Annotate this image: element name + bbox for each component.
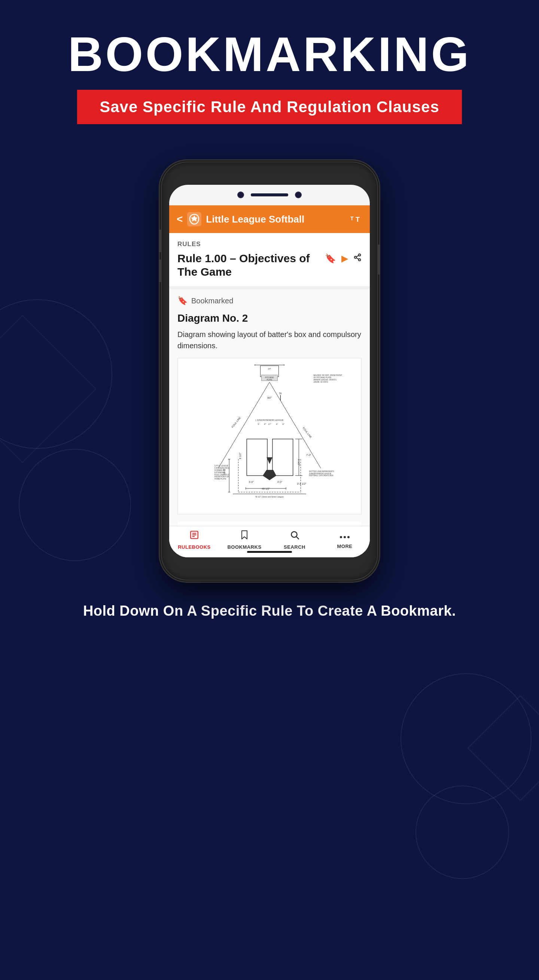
nav-bookmarks[interactable]: BOOKMARKS: [219, 530, 270, 550]
svg-text:LITTLE LEAGUE: LITTLE LEAGUE: [214, 465, 229, 467]
share-icon[interactable]: [353, 253, 362, 264]
svg-text:DOTTED LINE REPRESENTS: DOTTED LINE REPRESENTS: [309, 471, 334, 473]
bookmarks-icon: [240, 530, 249, 542]
rule-title: Rule 1.00 – Objectives of The Game: [177, 252, 321, 278]
svg-text:FORMED BY: FORMED BY: [214, 469, 226, 471]
app-header: < Little League Softball T T: [169, 205, 370, 233]
rulebooks-icon: [190, 530, 199, 542]
svg-point-78: [348, 536, 349, 538]
svg-line-6: [356, 258, 359, 259]
svg-text:T: T: [350, 215, 354, 221]
volume-up-button: [159, 230, 161, 252]
svg-text:CATCHER'S BOX: CATCHER'S BOX: [214, 467, 230, 469]
svg-text:90°: 90°: [267, 396, 272, 399]
content-scroll[interactable]: RULES Rule 1.00 – Objectives of The Game…: [169, 233, 370, 557]
rule-title-row: Rule 1.00 – Objectives of The Game 🔖 ▶: [177, 252, 362, 278]
svg-text:HOME PLATE: HOME PLATE: [214, 478, 226, 480]
svg-text:6": 6": [282, 423, 284, 425]
nav-bookmarks-label: BOOKMARKS: [227, 544, 261, 550]
svg-text:5': 5': [258, 423, 259, 425]
font-size-button[interactable]: T T: [350, 213, 362, 225]
svg-text:3'-8 1/2": 3'-8 1/2": [297, 482, 306, 485]
phone-device: < Little League Softball T T: [161, 162, 378, 581]
subtitle-text: Save Specific Rule And Regulation Clause…: [100, 98, 439, 116]
nav-search[interactable]: SEARCH: [270, 530, 320, 550]
camera-dot-right: [296, 192, 301, 197]
home-indicator: [247, 551, 292, 553]
rule-header-section: RULES Rule 1.00 – Objectives of The Game…: [169, 233, 370, 289]
volume-down-button: [159, 259, 161, 282]
svg-text:(MINOR LEAGUE: 35'DIST.): (MINOR LEAGUE: 35'DIST.): [313, 379, 336, 381]
svg-point-3: [359, 254, 361, 256]
bookmarked-section: 🔖 Bookmarked Diagram No. 2 Diagram showi…: [169, 289, 370, 550]
svg-point-77: [344, 536, 346, 538]
page-header: BOOKMARKING Save Specific Rule And Regul…: [0, 0, 539, 139]
nav-more-label: MORE: [337, 544, 352, 549]
svg-text:50 1/2" (Junior and Senior Lea: 50 1/2" (Junior and Senior League): [255, 496, 284, 498]
svg-text:FROM POINT OF: FROM POINT OF: [214, 476, 229, 478]
bookmarked-badge: 🔖 Bookmarked: [177, 296, 362, 305]
phone-screen: < Little League Softball T T: [169, 185, 370, 557]
bookmark-flag-icon: 🔖: [177, 296, 188, 305]
nav-rulebooks-label: RULEBOOKS: [178, 544, 211, 550]
svg-text:3'-0": 3'-0": [277, 480, 282, 483]
svg-text:24": 24": [268, 368, 271, 370]
bg-decoration: [416, 786, 509, 879]
bg-decoration: [467, 695, 539, 801]
svg-text:17': 17': [268, 423, 271, 425]
svg-point-4: [354, 256, 357, 258]
phone-mockup: < Little League Softball T T: [0, 162, 539, 581]
diagram2-desc: Diagram showing layout of batter's box a…: [177, 329, 362, 351]
svg-text:7'-0": 7'-0": [306, 454, 311, 457]
svg-rect-8: [182, 362, 357, 509]
rule-action-icons: 🔖 ▶: [325, 252, 362, 264]
svg-text:OF PITCHING PLATE: OF PITCHING PLATE: [313, 377, 332, 379]
svg-line-75: [297, 537, 299, 539]
bookmark-icon[interactable]: 🔖: [325, 253, 336, 264]
svg-text:N: N: [280, 391, 282, 395]
camera-dot-left: [238, 192, 243, 197]
phone-notch: [238, 192, 301, 197]
nav-search-label: SEARCH: [284, 544, 305, 550]
subtitle-banner: Save Specific Rule And Regulation Clause…: [77, 90, 462, 124]
svg-text:PITCHING: PITCHING: [265, 377, 274, 379]
play-icon[interactable]: ▶: [341, 253, 348, 264]
svg-text:EXTENDING: EXTENDING: [214, 472, 225, 474]
nav-more[interactable]: MORE: [320, 531, 370, 549]
svg-text:JUNIOR/SENIOR LEAGUE: JUNIOR/SENIOR LEAGUE: [309, 473, 332, 475]
svg-text:(JR/SR: 43' DIST): (JR/SR: 43' DIST): [313, 381, 328, 383]
svg-text:3'-0": 3'-0": [249, 480, 254, 483]
svg-text:{ JUNIOR/SENIOR LEAGUE: { JUNIOR/SENIOR LEAGUE: [256, 419, 284, 421]
svg-text:PLATE: PLATE: [266, 379, 273, 381]
app-logo-icon: [187, 212, 201, 226]
back-button[interactable]: <: [177, 213, 183, 225]
power-button: [378, 245, 380, 275]
footer-label: Hold Down On A Specific Rule To Create A…: [0, 603, 539, 619]
svg-line-7: [356, 256, 359, 257]
svg-text:8 1/2": 8 1/2": [239, 452, 241, 459]
bookmarked-label: Bookmarked: [191, 297, 233, 305]
app-title: Little League Softball: [206, 213, 350, 225]
search-icon: [290, 530, 300, 542]
diagram2-title: Diagram No. 2: [177, 312, 362, 324]
svg-text:MAJORS: 40' DIST. FROM FRONT: MAJORS: 40' DIST. FROM FRONT: [313, 374, 342, 376]
nav-rulebooks[interactable]: RULEBOOKS: [169, 530, 219, 550]
diagram2-image: 24" PITCHING PLATE MAJORS: 40' DIST. FRO…: [177, 358, 362, 514]
more-icon: [340, 531, 350, 541]
svg-point-5: [359, 259, 361, 261]
speaker-bar: [251, 193, 288, 196]
svg-text:4": 4": [264, 423, 266, 425]
section-label: RULES: [177, 240, 362, 248]
svg-text:T: T: [356, 216, 360, 223]
svg-text:4': 4': [276, 423, 277, 425]
main-title: BOOKMARKING: [0, 30, 539, 78]
footer-section: Hold Down On A Specific Rule To Create A…: [0, 603, 539, 641]
svg-point-76: [340, 536, 342, 538]
svg-text:SOFTBALL CATCHER'S BOX: SOFTBALL CATCHER'S BOX: [309, 475, 334, 477]
baseball-field-diagram: 24" PITCHING PLATE MAJORS: 40' DIST. FRO…: [182, 362, 357, 509]
svg-text:8 1/2": 8 1/2": [298, 459, 300, 466]
bg-decoration: [400, 673, 531, 804]
svg-text:FOUL LINES 9'-0": FOUL LINES 9'-0": [214, 474, 230, 476]
